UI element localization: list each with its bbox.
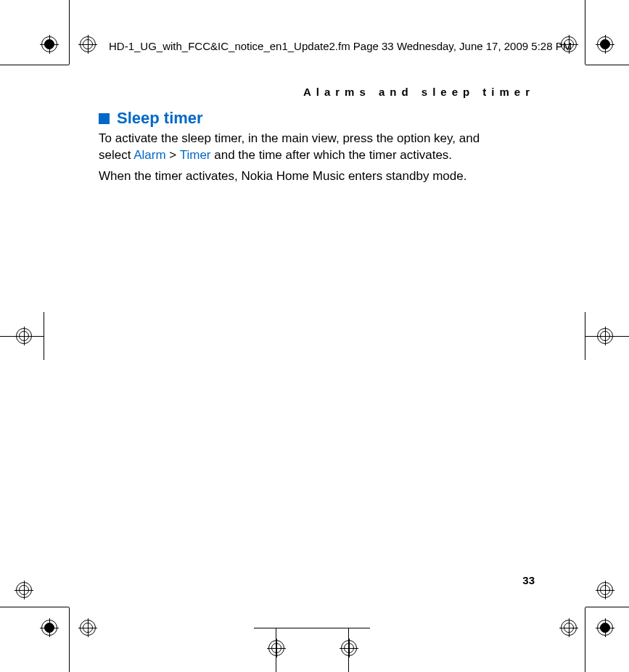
crop-mark [44,312,44,360]
registration-mark-icon [596,581,614,599]
registration-mark-icon [40,618,59,637]
body-paragraph: To activate the sleep timer, in the main… [99,131,505,164]
registration-mark-icon [40,35,59,54]
page-number: 33 [522,574,535,586]
registration-mark-icon [559,618,578,637]
square-bullet-icon [99,113,110,124]
registration-mark-icon [267,639,286,657]
heading-text: Sleep timer [117,109,203,128]
registration-mark-icon [15,327,33,345]
header-file-info: HD-1_UG_with_FCC&IC_notice_en1_Update2.f… [109,40,572,52]
registration-mark-icon [596,327,614,345]
crop-mark [585,607,585,672]
crop-mark [585,0,585,65]
section-heading: Sleep timer [99,109,203,128]
crop-mark [585,65,629,65]
menu-path-separator: > [166,148,180,162]
body-paragraph: When the timer activates, Nokia Home Mus… [99,168,505,185]
crop-mark [585,312,585,360]
crop-mark [69,0,70,65]
crop-mark [585,607,629,607]
running-head: Alarms and sleep timer [303,86,535,98]
registration-mark-icon [78,35,97,54]
registration-mark-icon [78,618,97,637]
menu-path-item: Alarm [133,148,165,162]
crop-mark [0,65,69,65]
registration-mark-icon [340,639,358,657]
registration-mark-icon [15,581,33,599]
crop-mark [69,607,70,672]
crop-mark [254,628,370,628]
registration-mark-icon [596,618,614,637]
crop-mark [0,607,69,607]
body-text: and the time after which the timer activ… [211,148,453,162]
menu-path-item: Timer [180,148,211,162]
registration-mark-icon [596,35,614,54]
